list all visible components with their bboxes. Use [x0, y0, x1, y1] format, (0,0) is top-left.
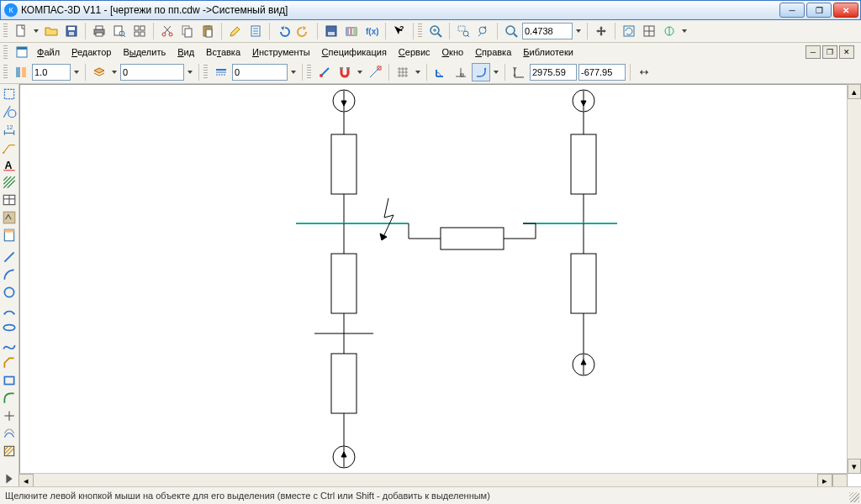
scroll-down-button[interactable]: ▾: [848, 459, 861, 474]
resize-grip-icon[interactable]: [849, 492, 859, 502]
menu-вид[interactable]: Вид: [172, 45, 200, 60]
maximize-button[interactable]: ❐: [806, 3, 832, 18]
library-button[interactable]: [342, 22, 361, 40]
perp-button[interactable]: [452, 63, 470, 81]
grid-dropdown[interactable]: [414, 64, 422, 81]
zoom-window-button[interactable]: [454, 22, 473, 40]
display-dropdown[interactable]: [680, 23, 689, 39]
zoom-in-button[interactable]: [426, 22, 445, 40]
snap-point-button[interactable]: [315, 63, 334, 81]
round-dropdown[interactable]: [492, 64, 500, 81]
spline-tool[interactable]: [1, 337, 18, 354]
menu-спецификация[interactable]: Спецификация: [316, 45, 393, 60]
zoom-fit-button[interactable]: [502, 22, 520, 40]
zoom-dropdown[interactable]: [574, 23, 583, 39]
mdi-minimize-button[interactable]: ─: [806, 45, 821, 59]
select-tool[interactable]: [1, 86, 18, 102]
function-button[interactable]: f(x): [362, 22, 381, 40]
hatch-tool[interactable]: [1, 174, 18, 191]
scale-input[interactable]: [32, 64, 71, 81]
scale-dropdown[interactable]: [72, 64, 81, 81]
refresh-button[interactable]: [640, 22, 658, 40]
properties-button[interactable]: [246, 22, 265, 40]
zoom-prev-button[interactable]: [474, 22, 493, 40]
menu-файл[interactable]: Файл: [31, 45, 66, 60]
paste-button[interactable]: [198, 22, 217, 40]
disk-button[interactable]: [322, 22, 341, 40]
save-button[interactable]: [62, 22, 81, 40]
coord-x-input[interactable]: [530, 64, 577, 81]
coords-button[interactable]: Y+: [510, 63, 528, 81]
menu-сервис[interactable]: Сервис: [393, 45, 436, 60]
redo-button[interactable]: [294, 22, 313, 40]
menu-справка[interactable]: Справка: [469, 45, 517, 60]
zoom-value-input[interactable]: [522, 23, 573, 39]
equidistant-tool[interactable]: [1, 425, 18, 442]
horizontal-scrollbar[interactable]: ◂ ▸: [18, 473, 848, 487]
layer-nav-dropdown[interactable]: [110, 64, 119, 81]
coord-y-input[interactable]: [578, 64, 626, 81]
chamfer-tool[interactable]: [1, 354, 18, 371]
menu-icon-button[interactable]: [13, 43, 31, 61]
snap-end-button[interactable]: [366, 63, 384, 81]
linestyle-button[interactable]: [212, 63, 230, 81]
scroll-right-button[interactable]: ▸: [817, 474, 832, 487]
scroll-left-button[interactable]: ◂: [18, 474, 34, 487]
grid-button[interactable]: [394, 63, 412, 81]
format-paint-button[interactable]: [226, 22, 245, 40]
annotation-tool[interactable]: [1, 139, 18, 155]
round-button[interactable]: [472, 63, 490, 81]
states-button[interactable]: [12, 63, 30, 81]
table-tool[interactable]: [1, 192, 18, 208]
menu-редактор[interactable]: Редактор: [66, 45, 117, 60]
scroll-right-button[interactable]: [1, 470, 18, 487]
layer-input[interactable]: [120, 64, 184, 81]
cut-button[interactable]: [158, 22, 177, 40]
whatsthis-button[interactable]: ?: [390, 22, 409, 40]
point-tool[interactable]: [1, 407, 18, 424]
vertical-scrollbar[interactable]: ▴ ▾: [847, 84, 861, 474]
drawing-canvas[interactable]: [19, 84, 861, 487]
layout-button[interactable]: [130, 22, 149, 40]
mdi-close-button[interactable]: ✕: [839, 45, 854, 59]
style-input[interactable]: [232, 64, 288, 81]
line-tool[interactable]: [1, 249, 18, 265]
display-button[interactable]: [660, 22, 679, 40]
report-tool[interactable]: [1, 227, 18, 244]
menu-выделить[interactable]: Выделить: [117, 45, 172, 60]
ellipse-tool[interactable]: [1, 319, 18, 336]
snap-magnet-button[interactable]: [335, 63, 354, 81]
new-doc-button[interactable]: [12, 22, 30, 40]
close-button[interactable]: ✕: [833, 3, 858, 18]
layer-button[interactable]: [90, 63, 108, 81]
snap-dropdown[interactable]: [356, 64, 364, 81]
geometry-tool[interactable]: [1, 103, 18, 120]
ortho-button[interactable]: [431, 63, 450, 81]
expand-button[interactable]: [635, 63, 653, 81]
mdi-restore-button[interactable]: ❐: [822, 45, 837, 59]
rebuild-button[interactable]: [620, 22, 638, 40]
open-button[interactable]: [42, 22, 61, 40]
rectangle-tool[interactable]: [1, 372, 18, 389]
undo-button[interactable]: [274, 22, 293, 40]
edit-tool[interactable]: A: [1, 156, 18, 173]
dimension-tool[interactable]: 12: [1, 121, 18, 138]
minimize-button[interactable]: ─: [779, 3, 805, 18]
menu-вставка[interactable]: Вставка: [200, 45, 246, 60]
new-doc-dropdown[interactable]: [32, 23, 40, 39]
print-button[interactable]: [90, 22, 108, 40]
menu-инструменты[interactable]: Инструменты: [246, 45, 316, 60]
arc3-tool[interactable]: [1, 302, 18, 318]
circle-tool[interactable]: [1, 284, 18, 301]
style-dropdown[interactable]: [289, 64, 298, 81]
menu-библиотеки[interactable]: Библиотеки: [517, 45, 579, 60]
roughness-tool[interactable]: [1, 209, 18, 226]
fillet-tool[interactable]: [1, 390, 18, 407]
pan-button[interactable]: [592, 22, 610, 40]
print-preview-button[interactable]: [110, 22, 129, 40]
scroll-up-button[interactable]: ▴: [848, 84, 861, 99]
menu-окно[interactable]: Окно: [436, 45, 470, 60]
copy-button[interactable]: [178, 22, 197, 40]
arc-tool[interactable]: [1, 266, 18, 283]
layer-dropdown[interactable]: [186, 64, 194, 81]
